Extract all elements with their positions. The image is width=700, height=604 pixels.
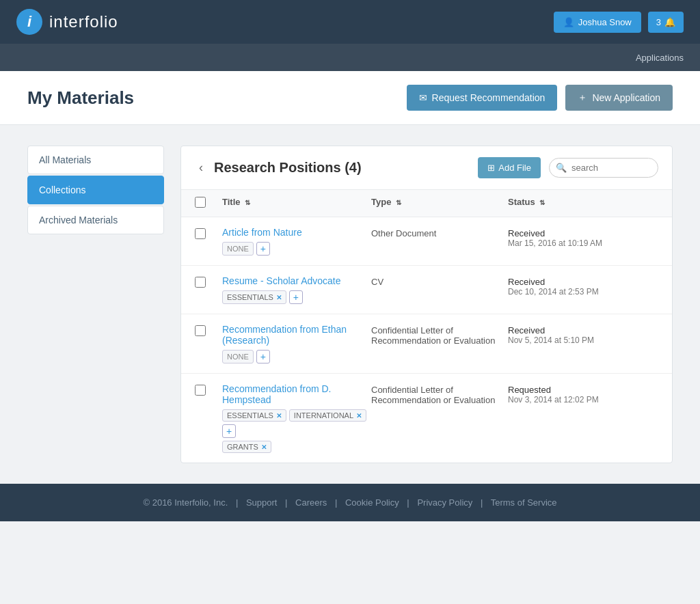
table-row: Resume - Scholar Advocate ESSENTIALS ✕ +… (181, 266, 672, 314)
tag-remove-button[interactable]: ✕ (261, 443, 267, 451)
tag-remove-button[interactable]: ✕ (356, 412, 362, 420)
header-right: 👤 Joshua Snow 3 🔔 (554, 12, 684, 33)
select-all-checkbox[interactable] (195, 197, 206, 208)
item-tags: NONE + (222, 242, 371, 256)
sub-header: Applications (0, 44, 700, 71)
tag-add-button[interactable]: + (256, 242, 270, 256)
title-column-header: Title ⇅ (222, 197, 371, 210)
title-sort-icon[interactable]: ⇅ (245, 199, 250, 206)
user-icon: 👤 (563, 17, 574, 27)
row-checkbox[interactable] (195, 325, 206, 336)
row-check-cell (195, 324, 222, 338)
user-name: Joshua Snow (578, 17, 632, 27)
footer-link-cookie-policy[interactable]: Cookie Policy (345, 497, 399, 508)
row-title-cell: Article from Nature NONE + (222, 227, 371, 256)
item-title-link[interactable]: Recommendation from D. Hempstead (222, 383, 371, 405)
back-button[interactable]: ‹ (195, 159, 207, 176)
envelope-icon: ✉ (419, 92, 427, 103)
row-date: Nov 3, 2014 at 12:02 PM (508, 395, 658, 404)
footer: © 2016 Interfolio, Inc. | Support | Care… (0, 484, 700, 521)
user-menu-button[interactable]: 👤 Joshua Snow (554, 12, 641, 33)
tag-international: INTERNATIONAL ✕ (289, 409, 366, 422)
row-status-cell: Requested Nov 3, 2014 at 12:02 PM (508, 383, 658, 404)
item-tags-row2: GRANTS ✕ (222, 441, 371, 453)
tag-none: NONE (222, 350, 254, 363)
item-title-link[interactable]: Article from Nature (222, 227, 371, 238)
plus-icon: ＋ (578, 92, 587, 104)
row-checkbox[interactable] (195, 277, 206, 288)
tag-essentials: ESSENTIALS ✕ (222, 290, 286, 304)
row-type-cell: Confidential Letter of Recommendation or… (371, 383, 508, 405)
tag-remove-button[interactable]: ✕ (276, 294, 282, 301)
page-header: My Materials ✉ Request Recommendation ＋ … (0, 71, 700, 125)
footer-link-terms-of-service[interactable]: Terms of Service (491, 497, 557, 508)
header: i interfolio 👤 Joshua Snow 3 🔔 (0, 0, 700, 44)
row-date: Dec 10, 2014 at 2:53 PM (508, 287, 658, 297)
row-check-cell (195, 383, 222, 398)
table-row: Recommendation from D. Hempstead ESSENTI… (181, 374, 672, 463)
main-content: All Materials Collections Archived Mater… (0, 125, 700, 484)
add-file-plus-icon: ⊞ (487, 163, 495, 173)
type-sort-icon[interactable]: ⇅ (396, 199, 401, 206)
notification-button[interactable]: 3 🔔 (648, 12, 684, 33)
select-all-check-cell (195, 197, 222, 210)
tag-add-button[interactable]: + (222, 424, 236, 438)
row-date: Nov 5, 2014 at 5:10 PM (508, 335, 658, 345)
search-icon: 🔍 (556, 163, 567, 173)
row-title-cell: Recommendation from D. Hempstead ESSENTI… (222, 383, 371, 453)
row-title-cell: Recommendation from Ethan (Research) NON… (222, 324, 371, 363)
new-application-button[interactable]: ＋ New Application (565, 85, 673, 111)
logo-icon: i (16, 9, 42, 35)
row-date: Mar 15, 2016 at 10:19 AM (508, 238, 658, 248)
page-title: My Materials (27, 87, 134, 109)
tag-grants: GRANTS ✕ (222, 441, 271, 453)
content-header: ‹ Research Positions (4) ⊞ Add File 🔍 (181, 146, 672, 190)
item-title-link[interactable]: Recommendation from Ethan (Research) (222, 324, 371, 346)
applications-nav-link[interactable]: Applications (636, 53, 684, 63)
type-column-header: Type ⇅ (371, 197, 508, 210)
sidebar-item-archived-materials[interactable]: Archived Materials (27, 206, 164, 234)
row-type-cell: Other Document (371, 227, 508, 238)
row-type-cell: Confidential Letter of Recommendation or… (371, 324, 508, 346)
tag-essentials: ESSENTIALS ✕ (222, 409, 286, 422)
sidebar-item-collections[interactable]: Collections (27, 176, 164, 204)
sidebar-item-all-materials[interactable]: All Materials (27, 146, 164, 174)
logo: i interfolio (16, 9, 118, 35)
row-checkbox[interactable] (195, 385, 206, 396)
notification-count: 3 (656, 17, 661, 27)
content-header-right: ⊞ Add File 🔍 (478, 157, 658, 178)
add-file-button[interactable]: ⊞ Add File (478, 157, 541, 178)
tag-add-button[interactable]: + (289, 290, 303, 304)
row-checkbox[interactable] (195, 228, 206, 239)
sidebar: All Materials Collections Archived Mater… (27, 146, 164, 463)
search-wrapper: 🔍 (549, 158, 658, 178)
status-sort-icon[interactable]: ⇅ (539, 199, 545, 206)
row-status-cell: Received Mar 15, 2016 at 10:19 AM (508, 227, 658, 248)
tag-add-button[interactable]: + (256, 350, 270, 363)
row-status: Received (508, 324, 658, 335)
footer-link-careers[interactable]: Careers (295, 497, 327, 508)
row-status: Received (508, 227, 658, 238)
row-status-cell: Received Nov 5, 2014 at 5:10 PM (508, 324, 658, 345)
row-status: Requested (508, 383, 658, 395)
footer-link-privacy-policy[interactable]: Privacy Policy (417, 497, 472, 508)
row-title-cell: Resume - Scholar Advocate ESSENTIALS ✕ + (222, 275, 371, 304)
logo-name: interfolio (49, 12, 118, 31)
table-row: Recommendation from Ethan (Research) NON… (181, 314, 672, 374)
request-recommendation-button[interactable]: ✉ Request Recommendation (407, 85, 558, 111)
content-title-row: ‹ Research Positions (4) (195, 159, 362, 176)
item-tags: ESSENTIALS ✕ + (222, 290, 371, 304)
item-tags: NONE + (222, 350, 371, 363)
footer-link-support[interactable]: Support (246, 497, 278, 508)
page-header-actions: ✉ Request Recommendation ＋ New Applicati… (407, 85, 673, 111)
tag-none: NONE (222, 242, 254, 256)
row-type-cell: CV (371, 275, 508, 287)
row-status-cell: Received Dec 10, 2014 at 2:53 PM (508, 275, 658, 297)
item-title-link[interactable]: Resume - Scholar Advocate (222, 275, 371, 286)
content-title: Research Positions (4) (214, 160, 362, 176)
item-tags: ESSENTIALS ✕ INTERNATIONAL ✕ + (222, 409, 371, 438)
copyright: © 2016 Interfolio, Inc. (143, 497, 228, 508)
table-row: Article from Nature NONE + Other Documen… (181, 217, 672, 266)
row-check-cell (195, 227, 222, 241)
tag-remove-button[interactable]: ✕ (276, 412, 282, 420)
